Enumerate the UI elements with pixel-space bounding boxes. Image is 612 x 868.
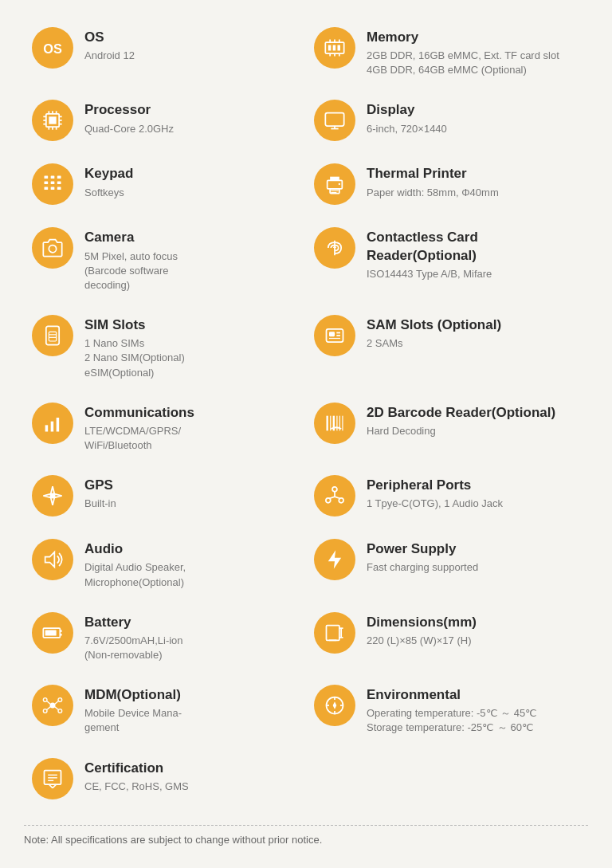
spec-title-processor: Processor — [84, 101, 174, 119]
svg-point-84 — [43, 709, 47, 713]
spec-item-gps: GPSBuilt-in — [24, 464, 306, 528]
spec-text-battery: Battery7.6V/2500mAH,Li-ion(Non-removable… — [84, 612, 183, 662]
svg-rect-57 — [327, 415, 328, 430]
spec-title-os: OS — [84, 29, 135, 46]
svg-line-88 — [47, 707, 50, 710]
svg-point-42 — [339, 183, 340, 185]
svg-rect-25 — [325, 113, 343, 126]
svg-rect-38 — [330, 177, 339, 181]
svg-rect-29 — [51, 176, 55, 179]
spec-title-power: Power Supply — [367, 540, 478, 558]
spec-item-audio: AudioDigital Audio Speaker,Microphone(Op… — [24, 528, 306, 600]
spec-title-memory: Memory — [367, 29, 559, 46]
svg-line-86 — [47, 701, 50, 705]
communications-icon — [32, 403, 73, 444]
svg-rect-54 — [45, 425, 49, 431]
spec-text-printer: Thermal PrinterPaper width: 58mm, Φ40mm — [367, 163, 499, 199]
svg-rect-32 — [51, 182, 55, 185]
spec-item-mdm: MDM(Optional)Mobile Device Mana-gement — [24, 674, 306, 746]
spec-value-gps: Built-in — [84, 497, 116, 511]
svg-rect-56 — [57, 418, 60, 432]
spec-item-sim: SIM Slots1 Nano SIMs2 Nano SIM(Optional)… — [24, 304, 306, 391]
spec-item-battery: Battery7.6V/2500mAH,Li-ion(Non-removable… — [24, 601, 306, 674]
note-section: Note: All specifications are subject to … — [24, 825, 588, 846]
spec-title-audio: Audio — [84, 540, 186, 558]
spec-text-mdm: MDM(Optional)Mobile Device Mana-gement — [84, 685, 182, 735]
spec-value-power: Fast charging supported — [367, 560, 478, 575]
spec-value-processor: Quad-Core 2.0GHz — [84, 122, 174, 136]
spec-text-audio: AudioDigital Audio Speaker,Microphone(Op… — [84, 539, 186, 589]
spec-title-barcode: 2D Barcode Reader(Optional) — [367, 404, 555, 422]
svg-point-85 — [58, 709, 62, 713]
audio-icon — [32, 539, 73, 580]
spec-value-environmental: Operating temperature: -5℃ ～ 45℃Storage … — [367, 706, 537, 735]
svg-rect-50 — [329, 332, 335, 336]
svg-rect-2 — [328, 45, 332, 51]
spec-item-printer: Thermal PrinterPaper width: 58mm, Φ40mm — [306, 152, 588, 216]
spec-item-environmental: EnvironmentalOperating temperature: -5℃ … — [306, 674, 588, 746]
spec-title-ports: Peripheral Ports — [367, 477, 503, 494]
svg-point-81 — [50, 703, 56, 709]
spec-item-certification: CertificationCE, FCC, RoHS, GMS — [24, 747, 306, 811]
spec-title-battery: Battery — [84, 614, 183, 631]
display-icon — [314, 100, 355, 141]
spec-title-certification: Certification — [84, 760, 189, 777]
spec-value-os: Android 12 — [84, 49, 135, 63]
svg-marker-70 — [45, 552, 55, 568]
spec-title-sim: SIM Slots — [84, 316, 185, 334]
spec-text-memory: Memory2GB DDR, 16GB eMMC, Ext. TF card s… — [367, 27, 559, 77]
spec-item-ports: Peripheral Ports1 Tpye-C(OTG), 1 Audio J… — [306, 464, 588, 528]
spec-value-memory: 2GB DDR, 16GB eMMC, Ext. TF card slot4GB… — [367, 49, 559, 77]
spec-item-power: Power SupplyFast charging supported — [306, 528, 588, 600]
svg-rect-3 — [333, 45, 336, 51]
spec-item-memory: Memory2GB DDR, 16GB eMMC, Ext. TF card s… — [306, 16, 588, 88]
spec-title-camera: Camera — [84, 229, 178, 246]
printer-icon — [314, 163, 355, 205]
spec-title-display: Display — [367, 101, 447, 119]
svg-rect-75 — [45, 630, 57, 635]
spec-value-ports: 1 Tpye-C(OTG), 1 Audio Jack — [367, 497, 503, 511]
svg-rect-28 — [45, 176, 49, 179]
spec-title-sam: SAM Slots (Optional) — [367, 316, 501, 334]
spec-text-os: OSAndroid 12 — [84, 27, 135, 63]
barcode-icon — [314, 403, 355, 444]
spec-text-display: Display6-inch, 720×1440 — [367, 100, 447, 136]
spec-value-mdm: Mobile Device Mana-gement — [84, 706, 182, 735]
spec-title-communications: Communications — [84, 404, 194, 422]
spec-value-sam: 2 SAMs — [367, 336, 501, 351]
spec-item-camera: Camera5M Pixel, auto focus(Barcode softw… — [24, 216, 306, 304]
spec-item-dimensions: Dimensions(mm)220 (L)×85 (W)×17 (H) — [306, 601, 588, 674]
spec-value-dimensions: 220 (L)×85 (W)×17 (H) — [367, 634, 477, 648]
spec-value-printer: Paper width: 58mm, Φ40mm — [367, 186, 499, 200]
svg-point-64 — [332, 487, 337, 492]
svg-rect-36 — [57, 187, 61, 190]
dimensions-icon — [314, 612, 355, 654]
spec-value-camera: 5M Pixel, auto focus(Barcode softwaredec… — [84, 249, 178, 293]
spec-item-communications: CommunicationsLTE/WCDMA/GPRS/WiFi/Blueto… — [24, 391, 306, 464]
svg-line-87 — [55, 701, 58, 705]
svg-rect-4 — [338, 45, 341, 51]
certification-icon — [32, 758, 73, 799]
spec-text-processor: ProcessorQuad-Core 2.0GHz — [84, 100, 174, 136]
specs-grid: OSOSAndroid 12Memory2GB DDR, 16GB eMMC, … — [24, 16, 588, 811]
battery-icon — [32, 612, 73, 654]
svg-point-43 — [49, 245, 56, 253]
note-text: Note: All specifications are subject to … — [24, 834, 322, 846]
spec-text-environmental: EnvironmentalOperating temperature: -5℃ … — [367, 685, 537, 735]
svg-rect-46 — [49, 332, 56, 341]
svg-point-82 — [43, 698, 47, 702]
svg-marker-71 — [328, 551, 341, 569]
spec-text-certification: CertificationCE, FCC, RoHS, GMS — [84, 758, 189, 794]
spec-title-printer: Thermal Printer — [367, 165, 499, 183]
spec-item-barcode: 2D Barcode Reader(Optional)Hard Decoding — [306, 391, 588, 464]
os-icon: OS — [32, 27, 73, 69]
camera-icon — [32, 227, 73, 269]
spec-text-gps: GPSBuilt-in — [84, 475, 116, 511]
spec-text-dimensions: Dimensions(mm)220 (L)×85 (W)×17 (H) — [367, 612, 477, 648]
spec-value-nfc: ISO14443 Type A/B, Mifare — [367, 267, 580, 281]
spec-value-barcode: Hard Decoding — [367, 424, 555, 438]
svg-rect-76 — [327, 625, 339, 640]
svg-line-69 — [335, 497, 340, 498]
spec-title-keypad: Keypad — [84, 165, 133, 183]
spec-text-sam: SAM Slots (Optional)2 SAMs — [367, 315, 501, 351]
